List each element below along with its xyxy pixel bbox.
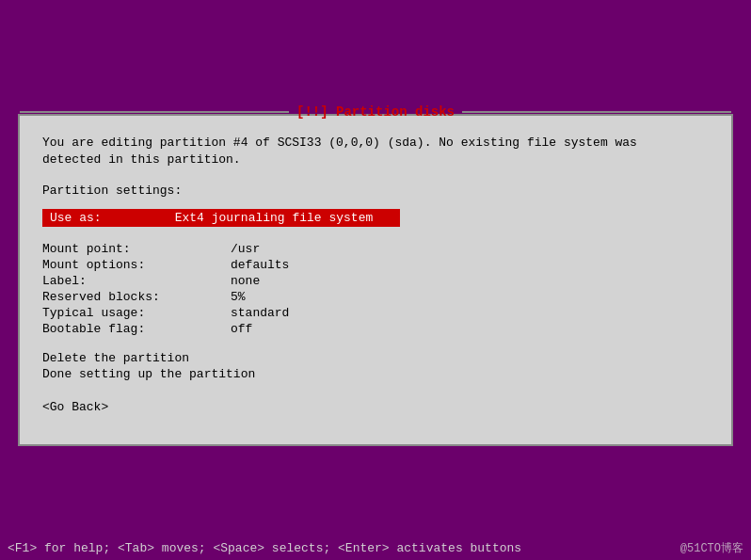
title-bar-line-left xyxy=(20,111,289,113)
description: You are editing partition #4 of SCSI33 (… xyxy=(42,135,709,168)
status-text: <F1> for help; <Tab> moves; <Space> sele… xyxy=(8,541,521,555)
setting-value: standard xyxy=(231,306,289,320)
setting-row[interactable]: Label:none xyxy=(42,274,709,288)
partition-label: Partition settings: xyxy=(42,184,709,198)
title-bar-line-right xyxy=(462,111,731,113)
dialog-box: [!!] Partition disks You are editing par… xyxy=(18,114,733,446)
selected-option-value: Ext4 journaling file system xyxy=(175,211,374,225)
setting-row[interactable]: Typical usage:standard xyxy=(42,306,709,320)
setting-key: Label: xyxy=(42,274,231,288)
watermark: @51CTO博客 xyxy=(680,540,743,556)
setting-row[interactable]: Bootable flag:off xyxy=(42,322,709,336)
title-bar: [!!] Partition disks xyxy=(20,104,731,120)
setting-key: Typical usage: xyxy=(42,306,231,320)
description-line1: You are editing partition #4 of SCSI33 (… xyxy=(42,135,709,152)
setting-value: /usr xyxy=(231,242,260,256)
main-container: [!!] Partition disks You are editing par… xyxy=(0,0,751,560)
setting-row[interactable]: Mount options:defaults xyxy=(42,258,709,272)
action-item[interactable]: Done setting up the partition xyxy=(42,367,709,381)
setting-value: defaults xyxy=(231,258,289,272)
setting-row[interactable]: Reserved blocks:5% xyxy=(42,290,709,304)
status-bar: <F1> for help; <Tab> moves; <Space> sele… xyxy=(0,536,751,560)
setting-row[interactable]: Mount point:/usr xyxy=(42,242,709,256)
description-line2: detected in this partition. xyxy=(42,152,709,168)
go-back-button[interactable]: <Go Back> xyxy=(42,400,108,414)
setting-key: Reserved blocks: xyxy=(42,290,231,304)
setting-key: Mount options: xyxy=(42,258,231,272)
dialog-title: [!!] Partition disks xyxy=(296,104,455,120)
actions: Delete the partitionDone setting up the … xyxy=(42,351,709,381)
setting-key: Bootable flag: xyxy=(42,322,231,336)
setting-value: none xyxy=(231,274,260,288)
content-area: You are editing partition #4 of SCSI33 (… xyxy=(20,127,731,429)
action-item[interactable]: Delete the partition xyxy=(42,351,709,365)
setting-value: 5% xyxy=(231,290,246,304)
setting-key: Mount point: xyxy=(42,242,231,256)
selected-option-key: Use as: xyxy=(50,211,102,225)
selected-option[interactable]: Use as: Ext4 journaling file system xyxy=(42,209,400,227)
settings-table: Mount point:/usrMount options:defaultsLa… xyxy=(42,242,709,336)
setting-value: off xyxy=(231,322,252,336)
